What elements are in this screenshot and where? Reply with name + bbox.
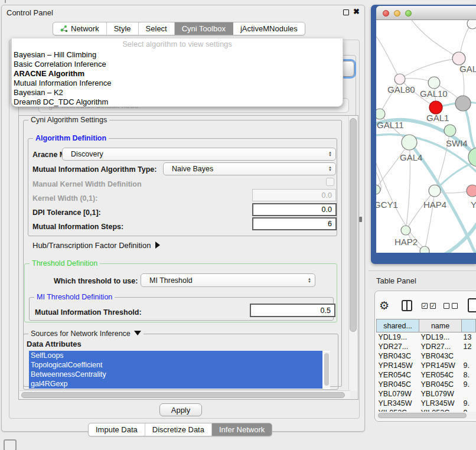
table-cell[interactable]: YPR145W xyxy=(419,361,462,370)
network-window-titlebar[interactable] xyxy=(376,6,476,20)
table-cell[interactable]: YER054C xyxy=(377,370,419,380)
table-cell[interactable]: YLR345W xyxy=(419,399,462,408)
table-cell[interactable]: YLR345W xyxy=(377,399,419,408)
table-row[interactable]: YER054CYER054C8. xyxy=(377,370,476,380)
zoom-traffic-light-icon[interactable] xyxy=(405,10,412,17)
checked-box-icon[interactable]: ✓ xyxy=(422,303,428,309)
sources-group-title[interactable]: Sources for Network Inference xyxy=(28,330,144,338)
table-row[interactable]: YPR145WYPR145W9. xyxy=(377,361,476,370)
column-header-shared-name[interactable]: shared... xyxy=(377,319,419,332)
table-cell[interactable] xyxy=(462,389,476,399)
node-gal80[interactable] xyxy=(395,74,405,84)
table-cell[interactable]: YBL079W xyxy=(419,389,462,399)
list-scrollbar[interactable] xyxy=(324,352,330,388)
table-cell[interactable]: YPR145W xyxy=(377,361,419,370)
minimize-traffic-light-icon[interactable] xyxy=(394,10,400,17)
horizontal-scrollbar[interactable] xyxy=(19,390,350,399)
node-table[interactable]: shared... name YDL19...YDL19...13YDR27..… xyxy=(376,319,476,418)
minimized-panel-icon[interactable] xyxy=(4,439,17,450)
tab-network[interactable]: Network xyxy=(53,22,107,35)
tab-impute-data[interactable]: Impute Data xyxy=(89,423,145,436)
float-window-icon[interactable] xyxy=(343,9,349,15)
vertical-scrollbar-thumb[interactable] xyxy=(350,118,357,332)
table-cell[interactable]: YBR045C xyxy=(377,380,419,389)
table-cell[interactable]: 12 xyxy=(462,342,476,351)
node-hap2[interactable] xyxy=(401,226,410,235)
close-traffic-light-icon[interactable] xyxy=(383,10,389,17)
node-partial-bottom[interactable] xyxy=(420,246,429,253)
table-cell[interactable]: 13 xyxy=(462,332,476,342)
node-gal4[interactable] xyxy=(402,135,417,150)
tab-discretize-data[interactable]: Discretize Data xyxy=(145,423,212,436)
panel-splitter-handle[interactable] xyxy=(359,217,362,222)
algorithm-option[interactable]: ARACNE Algorithm xyxy=(12,69,343,79)
table-cell[interactable]: YBL079W xyxy=(377,389,419,399)
document-icon[interactable] xyxy=(468,298,476,312)
table-cell[interactable]: 9. xyxy=(462,361,476,370)
data-attribute-item[interactable]: BetweennessCentrality xyxy=(29,370,322,379)
table-cell[interactable]: YDL19... xyxy=(377,332,419,342)
table-cell[interactable]: YBR043C xyxy=(377,351,419,361)
tab-select[interactable]: Select xyxy=(139,22,175,35)
algorithm-option[interactable]: Bayesian – K2 xyxy=(12,88,343,97)
close-icon[interactable]: ✖ xyxy=(353,7,360,16)
table-cell[interactable]: YBR045C xyxy=(419,380,462,389)
table-cell[interactable]: YDR27... xyxy=(419,342,462,351)
node-gray[interactable] xyxy=(455,96,471,111)
table-row[interactable]: YBR045CYBR045C9. xyxy=(377,380,476,389)
algorithm-option[interactable]: Dream8 DC_TDC Algorithm xyxy=(12,97,343,107)
node-partial-top[interactable] xyxy=(467,20,476,29)
table-cell[interactable]: 8. xyxy=(462,370,476,380)
algorithm-option[interactable]: Bayesian – Hill Climbing xyxy=(12,50,343,60)
data-attribute-item[interactable]: TopologicalCoefficient xyxy=(29,360,322,370)
column-header-name[interactable]: name xyxy=(419,319,462,332)
vertical-scrollbar[interactable] xyxy=(348,116,357,391)
table-horizontal-scrollbar[interactable] xyxy=(376,412,476,419)
data-attribute-item[interactable]: gal4RGexp xyxy=(29,379,322,389)
column-pane-icon[interactable] xyxy=(402,300,412,311)
apply-button[interactable]: Apply xyxy=(159,403,202,416)
table-horizontal-scrollbar-thumb[interactable] xyxy=(378,413,467,418)
data-attribute-item[interactable]: SelfLoops xyxy=(29,351,322,360)
dpi-tolerance-field[interactable]: 0.0 xyxy=(252,203,337,216)
node-gal10[interactable] xyxy=(428,77,440,89)
table-cell[interactable]: YER054C xyxy=(419,370,462,380)
gear-icon[interactable]: ⚙ xyxy=(379,299,389,312)
table-cell[interactable] xyxy=(462,351,476,361)
network-nodes[interactable] xyxy=(376,20,476,253)
algorithm-option[interactable]: Mutual Information Inference xyxy=(12,79,343,88)
table-cell[interactable]: YBR043C xyxy=(419,351,462,361)
horizontal-scrollbar-thumb[interactable] xyxy=(21,392,345,398)
node-gal11[interactable] xyxy=(376,109,385,119)
manual-kernel-checkbox[interactable] xyxy=(326,178,334,186)
table-cell[interactable]: 9. xyxy=(462,380,476,389)
hub-definition-toggle[interactable]: Hub/Transcription Factor Definition xyxy=(32,241,160,250)
table-cell[interactable]: 9. xyxy=(462,399,476,408)
table-row[interactable]: YDR27...YDR27...12 xyxy=(377,342,476,351)
node-salmon[interactable] xyxy=(467,185,476,197)
tab-jactivemnodules[interactable]: jActiveMNodules xyxy=(233,22,305,35)
unchecked-box-icon[interactable] xyxy=(452,303,458,309)
aracne-mode-combo[interactable]: Discovery ▲▼ xyxy=(62,148,336,161)
table-row[interactable]: YLR345WYLR345W9. xyxy=(377,399,476,408)
table-cell[interactable]: YDL19... xyxy=(419,332,462,342)
node-selected-red[interactable] xyxy=(429,101,442,114)
node-gcy1[interactable] xyxy=(376,185,380,194)
node-gal1[interactable] xyxy=(444,125,456,136)
tab-cyni-toolbox[interactable]: Cyni Toolbox xyxy=(175,22,233,35)
tab-infer-network[interactable]: Infer Network xyxy=(212,423,272,436)
column-header-partial[interactable] xyxy=(462,319,476,332)
tab-style[interactable]: Style xyxy=(107,22,139,35)
mi-type-combo[interactable]: Naive Bayes ▲▼ xyxy=(163,162,336,175)
table-cell[interactable]: YDR27... xyxy=(377,342,419,351)
node-gal7[interactable] xyxy=(452,52,465,65)
unchecked-box-icon[interactable] xyxy=(444,303,449,309)
algorithm-option[interactable]: Basic Correlation Inference xyxy=(12,60,343,69)
table-row[interactable]: YDL19...YDL19...13 xyxy=(377,332,476,342)
mi-steps-field[interactable]: 6 xyxy=(252,217,337,230)
mi-threshold-field[interactable]: 0.5 xyxy=(250,304,335,317)
table-row[interactable]: YBL079WYBL079W xyxy=(377,389,476,399)
checked-box-icon[interactable]: ✓ xyxy=(430,303,436,309)
table-row[interactable]: YBR043CYBR043C xyxy=(377,351,476,361)
which-threshold-combo[interactable]: MI Threshold ▲▼ xyxy=(141,273,315,287)
